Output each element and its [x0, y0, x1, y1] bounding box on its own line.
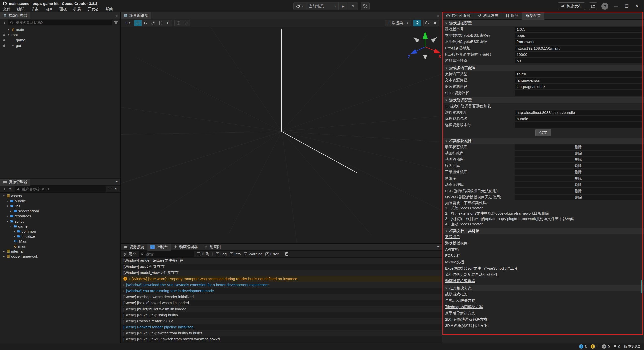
render-mode-dropdown[interactable]: 正常渲染 ▾ [385, 20, 411, 26]
refresh-assets-icon[interactable]: ↻ [114, 187, 118, 191]
log-row[interactable]: [Window] model_view文件夹存在 [121, 270, 442, 276]
log-row[interactable]: [Scene] [PHYSICS]: switch from builtin t… [121, 330, 442, 336]
hierarchy-search[interactable] [8, 20, 112, 25]
link-excel-tool[interactable]: Excel格式转Json文件与TypeScript代码工具 [445, 266, 518, 271]
menu-node[interactable]: 节点 [28, 6, 42, 12]
tab-scene-editor[interactable]: 场景编辑器 [121, 12, 151, 19]
filter-log-checkbox[interactable]: ✓Log [216, 252, 227, 256]
section-resource-config[interactable]: ∨ 游戏资源配置 [442, 97, 644, 103]
link-tutorial-project[interactable]: 教程项目 [445, 235, 460, 239]
assets-filter-icon[interactable] [107, 187, 112, 191]
remote-address-input[interactable] [515, 110, 642, 115]
move-tool-icon[interactable] [134, 20, 142, 26]
log-row[interactable]: [Scene] [PHYSICS2D]: switch from box2d-w… [121, 336, 442, 342]
menu-file[interactable]: 文件 [3, 6, 14, 12]
remove-module-button[interactable]: 剔除 [515, 157, 642, 162]
remove-module-button[interactable]: 剔除 [515, 176, 642, 181]
game-version-input[interactable] [515, 27, 642, 32]
ui-transform-tool-icon[interactable]: U̇ [164, 20, 172, 26]
hierarchy-filter-icon[interactable] [114, 21, 118, 25]
preview-device-button[interactable] [361, 2, 370, 10]
asset-node-common[interactable]: ▸ common [0, 229, 120, 234]
spine-path-input[interactable] [515, 90, 642, 96]
chevron-down-icon[interactable]: ▾ [2, 194, 6, 198]
orientation-gizmo[interactable]: Y X Z [406, 30, 442, 66]
tab-asset-preview[interactable]: 资源预览 [121, 244, 147, 251]
expand-chevron-icon[interactable]: › [123, 283, 124, 287]
link-3d-rpg-solution[interactable]: 3D角色扮演游戏解决方案 [445, 323, 488, 328]
create-asset-icon[interactable]: + [2, 187, 7, 191]
chevron-right-icon[interactable]: ▸ [6, 214, 9, 218]
link-fullstack-solution[interactable]: 全栈开发解决方案 [445, 298, 475, 303]
assets-menu-icon[interactable]: ≡ [115, 180, 118, 184]
menu-project[interactable]: 项目 [42, 6, 56, 12]
asset-node-libs[interactable]: ▾ libs [0, 203, 120, 208]
tab-console[interactable]: ›_ 控制台 [147, 244, 171, 251]
filter-error-checkbox[interactable]: ✓Error [265, 252, 278, 256]
open-log-file-icon[interactable] [285, 252, 288, 256]
asset-node-game[interactable]: ▾ game [0, 224, 120, 229]
save-button[interactable]: 保存 [535, 129, 551, 136]
menu-edit[interactable]: 编辑 [14, 6, 28, 12]
chevron-right-icon[interactable]: ▸ [2, 250, 6, 253]
chevron-down-icon[interactable]: ▾ [6, 204, 9, 208]
scrollbar-thumb[interactable] [641, 280, 643, 294]
chevron-down-icon[interactable]: ▾ [7, 33, 10, 36]
filter-warning-checkbox[interactable]: ✓Warning [244, 252, 262, 256]
chevron-down-icon[interactable]: ▾ [7, 28, 10, 31]
remote-load-checkbox[interactable]: 游戏中资源是否远程加载 [445, 104, 491, 109]
log-row-info[interactable]: [Scene] Forward render pipeline initiali… [121, 324, 442, 330]
log-row-info[interactable]: ›[Window] Download the Vue Devtools exte… [121, 282, 442, 288]
assets-search-input[interactable] [21, 187, 104, 191]
remove-module-button[interactable]: 剔除 [515, 163, 642, 168]
image-path-input[interactable] [515, 84, 642, 89]
link-animator-editor[interactable]: 动画状态机编辑器 [445, 279, 475, 283]
coordinate-space-icon[interactable] [182, 20, 190, 26]
text-path-input[interactable] [515, 78, 642, 83]
section-multilanguage-config[interactable]: ∨ 游戏多语言配置 [442, 65, 644, 71]
preview-platform-dropdown[interactable]: ▾ [294, 2, 306, 10]
scene-light-toggle[interactable] [413, 20, 421, 26]
remove-module-button[interactable]: 剔除 [515, 151, 642, 156]
log-row[interactable]: [Scene] meshopt wasm decoder initialized [121, 294, 442, 300]
crypto-iv-input[interactable] [515, 39, 642, 45]
tab-hierarchy[interactable]: 层级管理器 [0, 12, 30, 19]
status-error-counter[interactable]: ✕0 [602, 344, 610, 349]
open-project-folder-button[interactable] [589, 2, 597, 10]
log-row[interactable]: [Scene] [box2d]:box2d wasm lib loaded. [121, 300, 442, 306]
filter-info-checkbox[interactable]: ✓Info [230, 252, 241, 256]
regex-checkbox[interactable]: 正则 [197, 252, 209, 256]
maximize-button[interactable]: ❐ [623, 4, 630, 9]
link-wargame-framework[interactable]: 战棋游戏框架 [445, 292, 468, 297]
link-guide-solution[interactable]: 新手引导解决方案 [445, 311, 475, 316]
log-row[interactable]: [Window] render_texture文件夹存在 [121, 258, 442, 264]
remote-version-input[interactable] [515, 122, 642, 128]
play-button[interactable]: ▶ [339, 2, 348, 10]
remote-bundle-name-input[interactable] [515, 116, 642, 121]
help-button[interactable]: ? [601, 3, 608, 10]
remove-module-button[interactable]: 剔除 [515, 182, 642, 187]
expand-chevron-icon[interactable]: › [123, 289, 124, 293]
chevron-right-icon[interactable]: ▸ [9, 209, 13, 213]
log-row[interactable]: [Scene] [bullet]:bullet wasm lib loaded. [121, 306, 442, 312]
chevron-right-icon[interactable]: ▸ [11, 44, 15, 47]
console-search-input[interactable] [146, 252, 192, 256]
link-api-docs[interactable]: API文档 [445, 247, 459, 252]
build-publish-button[interactable]: 构建发布 [558, 2, 585, 10]
language-types-input[interactable] [515, 71, 642, 77]
http-server-input[interactable] [515, 46, 642, 51]
status-warning-counter[interactable]: !1 [591, 344, 598, 349]
status-notifications[interactable]: 0 [613, 344, 620, 349]
create-node-icon[interactable]: + [2, 21, 7, 25]
scene-settings-gear-icon[interactable] [431, 20, 439, 26]
tab-assets[interactable]: 资源管理器 [0, 179, 30, 186]
chevron-right-icon[interactable]: ▸ [6, 199, 9, 203]
tab-service[interactable]: 服务 [502, 12, 522, 20]
log-row[interactable]: [Scene] Cocos Creator v3.8.2 [121, 318, 442, 324]
status-info-counter[interactable]: i3 [579, 344, 587, 349]
asset-node-seedrandom[interactable]: ▸ seedrandom [0, 208, 120, 213]
remove-module-button[interactable]: 剔除 [515, 169, 642, 175]
log-row-info[interactable]: ›[Window] You are running Vue in develop… [121, 288, 442, 294]
scene-viewport[interactable]: Y X Z [121, 27, 442, 243]
link-game-template[interactable]: 游戏模板项目 [445, 241, 468, 246]
